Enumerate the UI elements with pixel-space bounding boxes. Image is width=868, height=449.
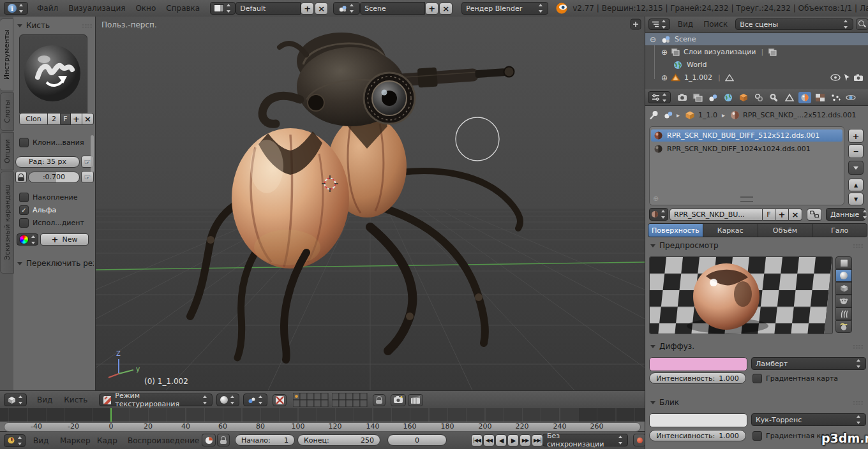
record-button[interactable] xyxy=(633,434,646,446)
clone-from-paint-option[interactable]: Клони...вания xyxy=(19,138,84,147)
add-layout-button[interactable] xyxy=(301,3,314,15)
specular-panel-header[interactable]: Блик xyxy=(650,398,864,407)
current-frame-marker[interactable] xyxy=(110,408,112,422)
outliner-scope-select[interactable]: Все сцены xyxy=(735,18,853,30)
tab-render-layers-icon[interactable] xyxy=(691,92,704,103)
material-crumb-label[interactable]: RPR_SCR_NKD_...2x512.dds.001 xyxy=(743,111,856,119)
timeline-scrollbar[interactable] xyxy=(4,422,641,432)
outliner-row-scene[interactable]: Scene xyxy=(645,33,868,45)
tab-texture-icon[interactable] xyxy=(814,92,827,103)
shelf-tab-options[interactable]: Опции xyxy=(0,132,14,170)
tab-physics-icon[interactable] xyxy=(844,92,857,103)
use-gradient-option[interactable]: Испол...диент xyxy=(19,218,84,228)
panel-grip[interactable] xyxy=(853,344,864,349)
menu-file[interactable]: Файл xyxy=(34,4,61,13)
frame-start-field[interactable]: Начало:1 xyxy=(235,434,295,446)
material-fake-user-button[interactable]: F xyxy=(763,209,775,221)
shelf-tab-slots[interactable]: Слоты xyxy=(0,92,14,131)
diffuse-shader-select[interactable]: Ламберт xyxy=(751,357,866,370)
menu-render[interactable]: Визуализация xyxy=(66,4,128,13)
renderability-camera-icon[interactable] xyxy=(854,74,864,82)
delete-layout-button[interactable] xyxy=(315,3,328,15)
material-nodes-button[interactable] xyxy=(807,209,822,221)
browse-material-button[interactable] xyxy=(649,208,668,221)
tab-material-icon-active[interactable] xyxy=(798,92,811,103)
brush-strength-slider[interactable]: :0.700 xyxy=(28,172,80,183)
screen-layout-name[interactable]: Default xyxy=(236,2,301,15)
preview-flat-button[interactable] xyxy=(835,256,852,269)
shelf-tab-grease-pencil[interactable]: Эскизный карандаш xyxy=(0,172,14,274)
outliner-menu-view[interactable]: Вид xyxy=(675,20,696,29)
visibility-eye-icon[interactable] xyxy=(830,74,841,81)
pin-icon[interactable] xyxy=(649,110,659,120)
outliner-row-world[interactable]: World xyxy=(645,59,868,71)
add-material-slot-button[interactable] xyxy=(848,129,864,143)
outliner-search-button[interactable] xyxy=(856,18,868,30)
brush-add-button[interactable] xyxy=(71,113,82,125)
shelf-tab-tools[interactable]: Инструменты xyxy=(0,18,13,91)
object-crumb-label[interactable]: 1_1.0 xyxy=(698,111,717,119)
current-frame-field[interactable]: 0 xyxy=(387,434,447,446)
brush-preview-button[interactable] xyxy=(19,34,87,114)
remove-material-slot-button[interactable]: − xyxy=(848,144,864,158)
tab-modifiers-icon[interactable] xyxy=(768,92,781,103)
tab-surface[interactable]: Поверхность xyxy=(648,224,703,237)
selectability-cursor-icon[interactable] xyxy=(843,73,851,82)
tab-world-icon[interactable] xyxy=(722,92,735,103)
tool-shelf-scrollbar[interactable] xyxy=(91,135,94,172)
brush-panel-header[interactable]: Кисть xyxy=(17,21,93,30)
timeline-menu-view[interactable]: Вид xyxy=(31,436,51,445)
interaction-mode-select[interactable]: Режим текстурирования xyxy=(99,394,213,406)
diffuse-intensity-slider[interactable]: Интенсивность:1.000 xyxy=(649,372,746,384)
brush-unlink-button[interactable] xyxy=(82,113,94,125)
play-reverse-button[interactable]: ◀ xyxy=(495,434,507,446)
pivot-center-select[interactable] xyxy=(243,394,267,406)
material-crumb-icon[interactable] xyxy=(730,110,740,120)
diffuse-ramp-option[interactable]: Градиентная карта xyxy=(752,374,838,383)
use-preview-range-button[interactable] xyxy=(202,434,216,446)
panel-grip[interactable] xyxy=(82,24,93,28)
tab-wire[interactable]: Каркас xyxy=(703,224,758,237)
tab-constraints-icon[interactable] xyxy=(752,92,765,103)
render-opengl-button[interactable] xyxy=(391,394,406,406)
render-opengl-anim-button[interactable] xyxy=(408,394,423,406)
viewport-menu-view[interactable]: Вид xyxy=(34,395,55,404)
object-crumb-icon[interactable] xyxy=(685,110,695,120)
material-add-button[interactable] xyxy=(775,209,789,221)
outliner-row-object[interactable]: 1_1.002 | xyxy=(645,71,868,84)
brush-fake-user-button[interactable]: F xyxy=(61,113,71,125)
material-specials-menu[interactable] xyxy=(848,161,864,175)
menu-window[interactable]: Окно xyxy=(133,4,158,13)
viewport-shading-select[interactable] xyxy=(216,394,239,406)
jump-to-end-button[interactable]: ▶▶| xyxy=(532,434,543,446)
preview-panel-header[interactable]: Предпросмотр xyxy=(650,241,864,250)
tab-scene-icon[interactable] xyxy=(707,92,719,103)
next-keyframe-button[interactable]: ▶▶ xyxy=(520,434,531,446)
preview-sphere-button-active[interactable] xyxy=(835,269,852,282)
screen-layout-icon-chip[interactable] xyxy=(210,2,236,15)
av-sync-select[interactable]: Без синхронизации xyxy=(542,434,628,446)
brush-name-field[interactable]: Clon xyxy=(19,113,48,125)
frame-end-field[interactable]: Конец:250 xyxy=(297,434,380,446)
collapse-icon[interactable] xyxy=(650,35,656,44)
material-unlink-button[interactable] xyxy=(789,209,802,221)
preview-cube-button[interactable] xyxy=(835,282,852,295)
preview-world-button[interactable] xyxy=(835,320,852,333)
render-engine-select[interactable]: Рендер Blender xyxy=(461,2,548,15)
material-name-field[interactable]: RPR_SCR_NKD_BU... xyxy=(670,209,763,221)
viewport-3d[interactable]: Польз.-персп. (0) 1_1.002 Z У xyxy=(96,17,645,390)
add-scene-button[interactable] xyxy=(425,3,438,15)
specular-shader-select[interactable]: Кук-Торренс xyxy=(751,413,866,426)
specular-color-swatch[interactable] xyxy=(649,413,747,427)
timeline-menu-frame[interactable]: Кадр xyxy=(94,436,120,445)
diffuse-panel-header[interactable]: Диффуз. xyxy=(650,342,864,351)
panel-grip[interactable] xyxy=(853,244,864,248)
tab-halo[interactable]: Гало xyxy=(812,224,867,237)
move-slot-up-button[interactable]: ▲ xyxy=(848,179,864,191)
scene-crumb-icon[interactable] xyxy=(663,110,673,119)
material-link-select[interactable]: Данные xyxy=(826,208,865,221)
tab-render-icon[interactable] xyxy=(676,92,689,103)
layer-grid[interactable] xyxy=(293,393,368,407)
tab-data-icon[interactable] xyxy=(783,92,796,103)
mode-toggle-panel-header[interactable]: Переключить режим:р xyxy=(17,259,94,268)
